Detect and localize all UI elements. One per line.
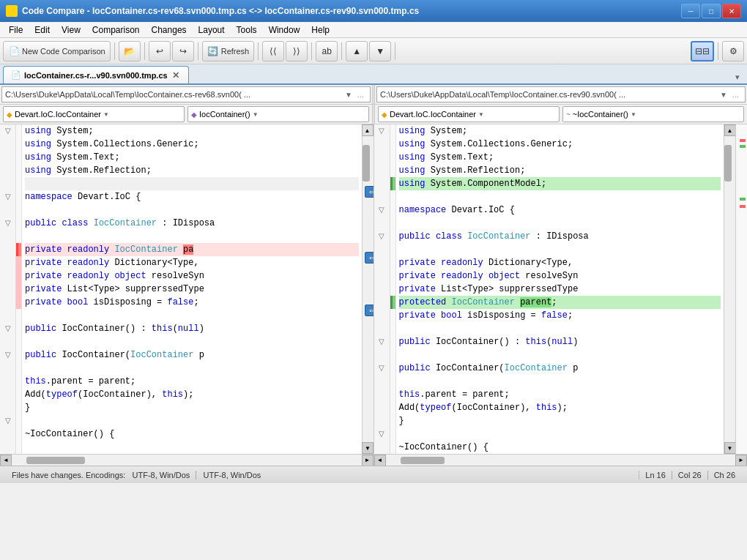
gutter-5 [0, 204, 15, 217]
right-g-6 [374, 217, 390, 230]
menu-file[interactable]: File [3, 23, 29, 37]
gutter-fold-5[interactable]: ▽ [0, 348, 15, 362]
path-divider [372, 85, 375, 104]
right-code-16 [399, 322, 721, 335]
code-line-16 [25, 335, 359, 348]
right-g-12 [374, 309, 390, 322]
app-icon: ⚡ [6, 5, 18, 17]
gutter-9 [0, 269, 15, 283]
redo-button[interactable]: ↪ [172, 41, 194, 61]
menu-view[interactable]: View [56, 23, 86, 37]
right-hscroll-right[interactable]: ► [735, 455, 747, 466]
left-method-label: IocContainer() [199, 110, 250, 119]
settings-button[interactable]: ⚙ [722, 41, 744, 61]
left-scrollbar-v[interactable]: ▲ ▼ [362, 124, 374, 454]
link-connector-3[interactable]: ⟺ [365, 305, 374, 316]
menu-layout[interactable]: Layout [193, 23, 231, 37]
right-code-14-added: protected IocContainer parent; [399, 296, 721, 309]
left-class-dropdown[interactable]: ◆ Devart.IoC.IocContainer ▼ [3, 106, 185, 122]
right-gutter-fold-6[interactable]: ▽ [374, 428, 390, 441]
copy-left-button[interactable]: ⟨⟨ [262, 41, 284, 61]
maximize-button[interactable]: □ [702, 4, 721, 18]
dm-modified [16, 243, 21, 256]
right-scroll-up[interactable]: ▲ [724, 124, 736, 136]
left-scroll-up[interactable]: ▲ [362, 124, 374, 136]
link-connector-1[interactable]: ⟺ [365, 186, 374, 198]
left-hscroll-right[interactable]: ► [362, 455, 374, 466]
gutter-1 [0, 138, 15, 151]
left-path-dropdown[interactable]: ▼ [343, 91, 354, 99]
next-diff-button[interactable]: ▼ [369, 41, 391, 61]
find-replace-button[interactable]: ab [316, 41, 338, 61]
right-g-1 [374, 138, 390, 151]
right-gutter-fold-1[interactable]: ▽ [374, 124, 390, 138]
right-code-5-added: using System.ComponentModel; [399, 177, 721, 190]
tab-close-button[interactable]: ✕ [171, 70, 181, 81]
undo-button[interactable]: ↩ [149, 41, 171, 61]
menu-edit[interactable]: Edit [29, 23, 56, 37]
left-hscroll-thumb[interactable] [26, 457, 85, 464]
left-code-area[interactable]: using System; using System.Collections.G… [22, 124, 362, 454]
right-hscroll-thumb[interactable] [401, 457, 445, 464]
left-scroll-down-btn[interactable]: ▼ [362, 442, 374, 454]
side-by-side-button[interactable]: ⊟⊟ [691, 41, 714, 61]
code-line-20: Add(typeof(IocContainer), this); [25, 388, 359, 401]
dm-8 [16, 217, 21, 230]
gutter-fold-2[interactable]: ▽ [0, 190, 15, 204]
right-gutter-fold-5[interactable]: ▽ [374, 362, 390, 375]
right-class-dropdown[interactable]: ◆ Devart.IoC.IocContainer ▼ [378, 106, 560, 122]
status-col: Col 26 [672, 471, 708, 479]
toolbar-sep-7 [395, 42, 395, 60]
right-scroll-thumb[interactable] [724, 145, 732, 182]
code-line-22 [25, 414, 359, 428]
menu-help[interactable]: Help [305, 23, 335, 37]
menu-window[interactable]: Window [263, 23, 306, 37]
rdm-2 [390, 138, 395, 151]
left-scrollbar-h[interactable]: ◄ ► [0, 454, 374, 466]
right-method-dropdown[interactable]: ~ ~IocContainer() ▼ [562, 106, 744, 122]
right-scroll-down[interactable]: ▼ [724, 442, 736, 454]
dm-2 [16, 138, 21, 151]
prev-diff-button[interactable]: ▲ [346, 41, 368, 61]
right-g-9 [374, 269, 390, 283]
right-hscroll-left[interactable]: ◄ [374, 455, 386, 466]
gutter-fold-6[interactable]: ▽ [0, 414, 15, 428]
right-scrollbar-h[interactable]: ◄ ► [374, 454, 748, 466]
left-gutter: ▽ ▽ ▽ ▽ ▽ [0, 124, 16, 454]
copy-right-button[interactable]: ⟩⟩ [286, 41, 308, 61]
right-code-18 [399, 348, 721, 362]
open-button[interactable]: 📂 [119, 41, 141, 61]
find-replace-icon: ab [321, 45, 332, 57]
new-comparison-button[interactable]: 📄 New Code Comparison [3, 41, 111, 61]
status-enc2: UTF-8, Win/Dos [204, 471, 261, 479]
right-class-label: Devart.IoC.IocContainer [390, 110, 476, 119]
menu-tools[interactable]: Tools [231, 23, 263, 37]
right-gutter-fold-4[interactable]: ▽ [374, 335, 390, 348]
gutter-fold-4[interactable]: ▽ [0, 322, 15, 335]
right-g-17 [374, 401, 390, 414]
left-path-bar[interactable]: C:\Users\Duke\AppData\Local\Temp\IocCont… [1, 86, 371, 102]
main-tab[interactable]: 📄 IocContainer.cs-r...v90.svn000.tmp.cs … [3, 66, 189, 83]
gutter-fold-3[interactable]: ▽ [0, 217, 15, 230]
left-method-dropdown[interactable]: ◆ IocContainer() ▼ [187, 106, 369, 122]
menu-changes[interactable]: Changes [146, 23, 193, 37]
right-gutter-fold-2[interactable]: ▽ [374, 204, 390, 217]
tab-dropdown-button[interactable]: ▾ [731, 71, 744, 83]
left-hscroll-left[interactable]: ◄ [0, 455, 12, 466]
gutter-fold-1[interactable]: ▽ [0, 124, 15, 138]
refresh-button[interactable]: 🔄 Refresh [202, 41, 255, 61]
close-button[interactable]: ✕ [722, 4, 741, 18]
left-method-arrow: ▼ [253, 111, 259, 118]
left-scroll-thumb[interactable] [363, 145, 370, 182]
menu-comparison[interactable]: Comparison [86, 23, 146, 37]
right-path-dropdown[interactable]: ▼ [718, 91, 729, 99]
minimize-button[interactable]: ─ [681, 4, 700, 18]
right-path-bar[interactable]: C:\Users\Duke\AppData\Local\Temp\IocCont… [376, 86, 746, 102]
link-connector-2[interactable]: ⟺ [365, 252, 374, 264]
right-g-18 [374, 414, 390, 428]
right-code-area[interactable]: using System; using System.Collections.G… [396, 124, 724, 454]
right-gutter-fold-3[interactable]: ▽ [374, 230, 390, 243]
dm-7 [16, 204, 21, 217]
right-scrollbar-v[interactable]: ▲ ▼ [724, 124, 735, 454]
right-code-22: Add(typeof(IocContainer), this); [399, 401, 721, 414]
